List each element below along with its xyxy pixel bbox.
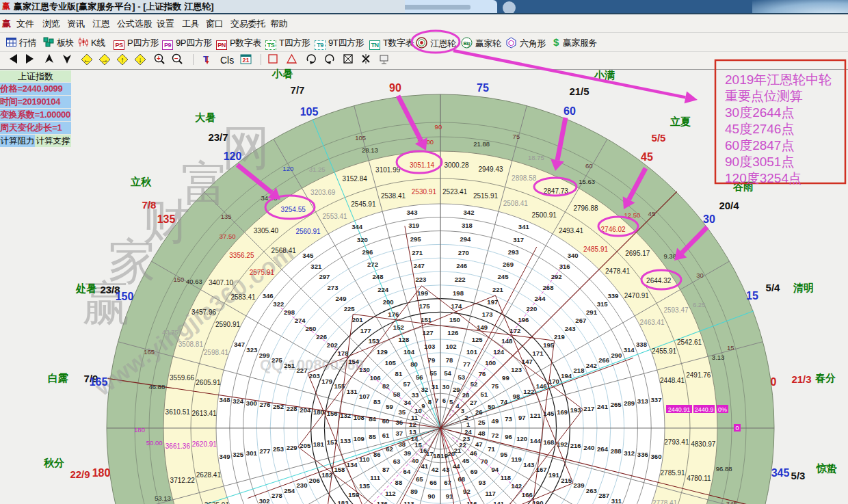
svg-text:45: 45 (648, 210, 656, 217)
svg-text:290: 290 (611, 352, 622, 359)
svg-text:292: 292 (551, 273, 562, 280)
svg-text:180: 180 (92, 467, 111, 479)
svg-text:204: 204 (300, 406, 311, 414)
svg-text:123: 123 (511, 366, 522, 373)
svg-text:135: 135 (157, 213, 176, 225)
svg-text:203: 203 (309, 372, 320, 380)
svg-text:网: 网 (222, 121, 270, 174)
svg-text:106: 106 (370, 374, 381, 382)
svg-text:142: 142 (511, 482, 522, 490)
svg-text:122: 122 (523, 388, 534, 395)
svg-text:274: 274 (295, 317, 306, 324)
svg-text:266: 266 (598, 356, 609, 364)
svg-text:146: 146 (536, 382, 547, 390)
svg-text:2605.91: 2605.91 (196, 379, 221, 386)
svg-text:2590.91: 2590.91 (215, 321, 241, 328)
svg-text:191: 191 (548, 471, 560, 479)
svg-text:196: 196 (518, 316, 529, 323)
svg-text:343: 343 (407, 209, 418, 216)
svg-text:223: 223 (415, 276, 426, 283)
svg-text:136: 136 (377, 500, 388, 504)
svg-text:152: 152 (393, 323, 404, 331)
svg-text:340: 340 (568, 252, 579, 259)
svg-text:85: 85 (369, 433, 376, 440)
svg-text:245: 245 (498, 273, 509, 280)
svg-text:240: 240 (583, 444, 594, 451)
svg-text:3305.40: 3305.40 (254, 227, 279, 235)
svg-text:156: 156 (327, 410, 338, 417)
svg-text:25: 25 (478, 419, 486, 426)
svg-text:2440.91: 2440.91 (668, 406, 691, 413)
svg-text:4780.11: 4780.11 (687, 475, 711, 482)
svg-text:300: 300 (246, 399, 257, 407)
svg-text:180: 180 (134, 426, 145, 434)
svg-text:89: 89 (410, 488, 418, 495)
svg-text:21/3: 21/3 (791, 373, 811, 385)
svg-text:48: 48 (478, 429, 486, 437)
svg-text:2793.41: 2793.41 (664, 438, 689, 446)
svg-text:118: 118 (501, 474, 511, 481)
svg-text:18.75: 18.75 (528, 154, 544, 161)
svg-text:246: 246 (456, 262, 467, 269)
svg-text:43.75: 43.75 (162, 328, 178, 336)
svg-text:4830.97: 4830.97 (691, 440, 716, 448)
svg-text:101: 101 (466, 348, 478, 356)
svg-text:47: 47 (475, 440, 483, 448)
svg-text:193: 193 (570, 406, 581, 414)
svg-text:102: 102 (446, 343, 457, 350)
svg-text:53: 53 (458, 373, 466, 381)
svg-text:141: 141 (493, 500, 505, 504)
svg-text:秋分: 秋分 (43, 457, 64, 468)
svg-text:52: 52 (471, 380, 478, 388)
svg-text:66: 66 (429, 479, 437, 486)
svg-text:61: 61 (382, 432, 390, 439)
svg-text:241: 241 (597, 403, 609, 410)
svg-text:317: 317 (513, 236, 524, 243)
svg-text:3508.81: 3508.81 (178, 341, 204, 348)
svg-text:105: 105 (385, 359, 397, 367)
svg-text:316: 316 (559, 263, 570, 270)
svg-text:19: 19 (440, 452, 448, 460)
svg-text:42: 42 (432, 466, 439, 473)
svg-text:154: 154 (348, 358, 360, 365)
svg-text:112: 112 (385, 490, 395, 497)
svg-text:267: 267 (575, 317, 586, 324)
svg-text:春分: 春分 (814, 372, 836, 384)
svg-text:小暑: 小暑 (271, 68, 293, 79)
svg-text:0%: 0% (718, 406, 727, 413)
svg-text:82: 82 (382, 382, 390, 390)
svg-text:219: 219 (554, 333, 565, 341)
svg-text:126: 126 (447, 329, 458, 336)
svg-text:302: 302 (259, 497, 270, 504)
svg-text:339: 339 (607, 292, 618, 300)
svg-text:36: 36 (395, 419, 403, 426)
svg-text:198: 198 (453, 289, 464, 297)
svg-text:289: 289 (624, 399, 635, 407)
svg-text:22/9: 22/9 (70, 468, 90, 480)
svg-text:3457.96: 3457.96 (191, 308, 217, 316)
svg-text:62: 62 (386, 445, 393, 453)
svg-text:319: 319 (408, 222, 419, 229)
svg-text:2500.91: 2500.91 (532, 211, 557, 219)
svg-text:314: 314 (624, 346, 635, 354)
svg-text:181: 181 (313, 440, 325, 448)
svg-text:75: 75 (477, 82, 489, 94)
svg-text:27: 27 (470, 399, 477, 406)
svg-text:3712.22: 3712.22 (170, 477, 196, 484)
svg-text:180: 180 (313, 408, 324, 416)
svg-text:45: 45 (641, 151, 653, 163)
svg-text:32: 32 (421, 386, 428, 393)
svg-text:24: 24 (464, 428, 472, 436)
svg-text:149: 149 (477, 323, 488, 331)
svg-text:3356.25: 3356.25 (229, 252, 254, 259)
svg-text:6: 6 (442, 397, 446, 404)
svg-text:125: 125 (472, 336, 483, 343)
svg-text:2785.91: 2785.91 (661, 469, 686, 477)
svg-text:96.88: 96.88 (716, 465, 732, 473)
svg-text:311: 311 (611, 497, 622, 504)
svg-text:2485.91: 2485.91 (583, 246, 609, 253)
svg-text:1: 1 (466, 421, 471, 428)
svg-text:23: 23 (463, 435, 471, 442)
svg-text:2560.91: 2560.91 (295, 228, 321, 235)
svg-text:2593.47: 2593.47 (663, 306, 689, 314)
